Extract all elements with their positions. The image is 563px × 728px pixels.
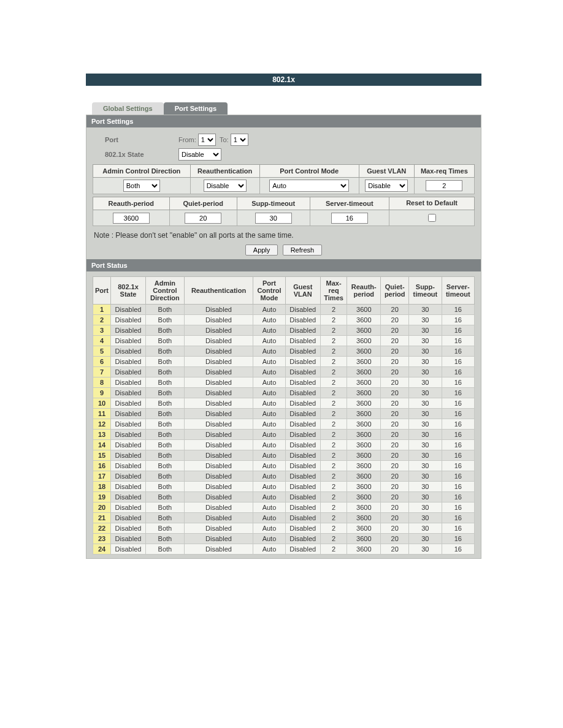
status-cell: 20 [381,523,409,534]
port-number-cell: 6 [93,357,111,367]
status-cell: 20 [381,409,409,419]
status-cell: Disabled [285,482,320,492]
status-cell: 16 [442,502,474,513]
status-cell: Disabled [285,544,320,555]
guest-vlan-select[interactable]: Disable [365,180,408,192]
status-cell: 2 [320,336,347,346]
tab-global-settings[interactable]: Global Settings [92,102,164,115]
section-header-port-settings: Port Settings [86,115,481,127]
status-cell: Disabled [184,544,253,555]
status-cell: 2 [320,315,347,325]
status-cell: Auto [253,409,286,419]
table-row: 22DisabledBothDisabledAutoDisabled236002… [93,523,475,534]
status-cell: 30 [409,430,442,440]
status-cell: Disabled [111,440,146,450]
server-timeout-input[interactable] [331,213,368,224]
section-header-port-status: Port Status [86,259,481,271]
apply-button[interactable]: Apply [245,245,278,256]
reauth-select[interactable]: Disable [204,180,247,192]
status-cell: 2 [320,430,347,440]
status-cell: Auto [253,523,286,534]
status-cell: Disabled [285,523,320,534]
admin-ctrl-select[interactable]: Both [123,180,160,192]
form-area: Port From: 1 To: 1 802.1x State Disable [86,127,481,164]
status-cell: 3600 [347,440,381,450]
status-cell: Disabled [285,502,320,513]
refresh-button[interactable]: Refresh [283,245,323,256]
status-cell: Disabled [111,461,146,471]
tab-port-settings[interactable]: Port Settings [164,102,228,115]
status-cell: Both [146,440,185,450]
status-cell: 2 [320,544,347,555]
status-cell: 30 [409,523,442,534]
status-cell: Auto [253,419,286,430]
port-from-select[interactable]: 1 [198,134,216,146]
status-cell: 20 [381,534,409,544]
settings-grid-1: Admin Control Direction Reauthentication… [93,164,475,194]
status-cell: Disabled [111,544,146,555]
port-label: Port [105,136,178,143]
status-cell: Both [146,305,185,315]
status-cell: Disabled [111,367,146,377]
status-cell: 16 [442,450,474,461]
quiet-period-input[interactable] [185,213,221,224]
status-cell: Both [146,357,185,367]
port-number-cell: 14 [93,440,111,450]
table-row: 20DisabledBothDisabledAutoDisabled236002… [93,502,475,513]
status-cell: 16 [442,377,474,388]
status-cell: Both [146,502,185,513]
status-cell: 20 [381,357,409,367]
status-cell: Disabled [111,357,146,367]
table-row: 19DisabledBothDisabledAutoDisabled236002… [93,492,475,502]
state-label: 802.1x State [105,151,178,158]
status-cell: 3600 [347,357,381,367]
status-col-9: Supp-timeout [409,277,442,305]
status-cell: Disabled [285,492,320,502]
status-cell: Disabled [285,398,320,409]
col-guest-vlan: Guest VLAN [359,165,414,178]
status-cell: 3600 [347,450,381,461]
status-cell: 20 [381,471,409,482]
port-number-cell: 10 [93,398,111,409]
table-row: 10DisabledBothDisabledAutoDisabled236002… [93,398,475,409]
status-cell: Both [146,482,185,492]
status-cell: 16 [442,482,474,492]
status-cell: Disabled [111,502,146,513]
status-cell: 2 [320,492,347,502]
table-row: 5DisabledBothDisabledAutoDisabled2360020… [93,346,475,357]
table-row: 11DisabledBothDisabledAutoDisabled236002… [93,409,475,419]
port-number-cell: 18 [93,482,111,492]
port-number-cell: 3 [93,325,111,336]
port-number-cell: 23 [93,534,111,544]
status-col-7: Reauth-period [347,277,381,305]
settings-grid-2: Reauth-period Quiet-period Supp-timeout … [93,197,475,226]
status-cell: Disabled [285,450,320,461]
status-cell: Auto [253,440,286,450]
reset-default-checkbox[interactable] [428,214,436,222]
status-cell: 20 [381,544,409,555]
status-cell: Both [146,419,185,430]
status-cell: 3600 [347,398,381,409]
max-req-input[interactable] [426,180,462,191]
port-to-select[interactable]: 1 [231,134,248,146]
status-cell: 30 [409,305,442,315]
status-cell: Disabled [111,482,146,492]
status-cell: 2 [320,398,347,409]
status-cell: 16 [442,544,474,555]
status-cell: Both [146,315,185,325]
port-mode-select[interactable]: Auto [269,180,349,192]
supp-timeout-input[interactable] [255,213,292,224]
status-cell: 30 [409,336,442,346]
state-select[interactable]: Disable [178,148,221,161]
col-admin-ctrl: Admin Control Direction [93,165,191,178]
status-cell: 30 [409,534,442,544]
status-cell: Disabled [184,409,253,419]
to-label: To: [220,136,229,143]
status-cell: 16 [442,534,474,544]
status-col-4: PortControlMode [253,277,286,305]
status-cell: 30 [409,513,442,523]
status-cell: Disabled [184,534,253,544]
status-cell: Disabled [285,377,320,388]
reauth-period-input[interactable] [113,213,150,224]
status-cell: 30 [409,388,442,398]
